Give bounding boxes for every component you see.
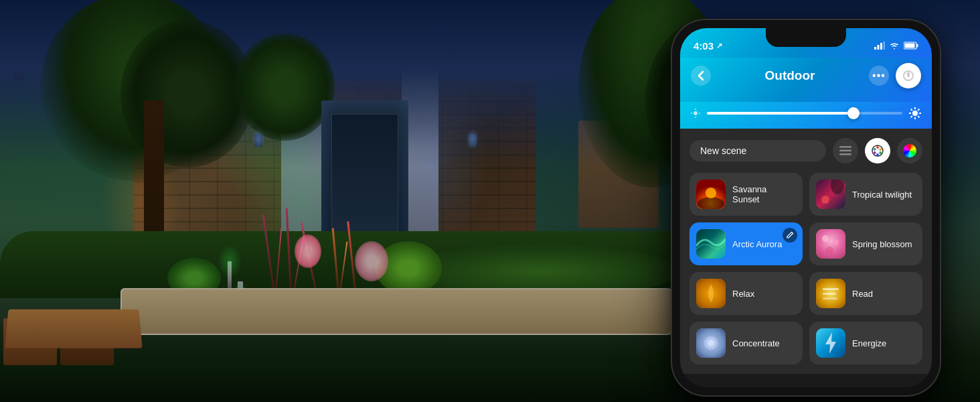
svg-line-19: [918, 116, 919, 117]
brightness-high-icon: [909, 107, 921, 119]
svg-rect-47: [823, 297, 837, 299]
svg-point-30: [874, 151, 876, 154]
color-picker-button[interactable]: [897, 138, 922, 163]
svg-point-50: [708, 340, 714, 346]
scene-card-tropical-twilight[interactable]: Tropical twilight: [809, 173, 922, 216]
svg-line-21: [911, 116, 912, 117]
svg-point-41: [833, 240, 839, 245]
notch: [766, 28, 846, 47]
svg-point-37: [821, 196, 829, 204]
svg-point-8: [693, 111, 698, 115]
svg-line-18: [911, 109, 912, 111]
scene-name-concentrate: Concentrate: [732, 338, 780, 348]
wifi-icon: [889, 42, 900, 50]
app-header: Outdoor •••: [680, 58, 932, 102]
scene-thumb-energize: [816, 328, 845, 358]
scene-name-arctic: Arctic Aurora: [732, 239, 782, 249]
svg-rect-2: [880, 43, 882, 50]
scene-card-energize[interactable]: Energize: [809, 322, 922, 364]
new-scene-button[interactable]: New scene: [689, 140, 826, 161]
phone-screen: 4:03 ↗: [680, 28, 932, 387]
scene-name-read: Read: [852, 289, 873, 299]
time-display: 4:03: [693, 40, 714, 52]
svg-point-29: [876, 153, 879, 156]
svg-rect-5: [917, 44, 918, 48]
scene-thumb-arctic: [696, 229, 726, 259]
svg-point-31: [874, 148, 876, 151]
svg-rect-23: [839, 150, 851, 152]
pink-flowers: [295, 234, 321, 268]
status-icons: [874, 42, 918, 50]
svg-point-34: [706, 188, 716, 198]
scene-thumb-spring: [816, 229, 845, 259]
header-right: •••: [869, 63, 921, 88]
scene-card-relax[interactable]: Relax: [689, 272, 803, 315]
brightness-low-icon: [691, 109, 700, 118]
svg-rect-0: [874, 47, 876, 50]
palette-view-button[interactable]: [865, 138, 890, 163]
battery-icon: [904, 42, 918, 50]
brightness-bar: [680, 102, 932, 129]
foliage-center: [234, 34, 335, 141]
svg-rect-46: [823, 293, 836, 295]
scene-toolbar: New scene: [689, 138, 922, 163]
svg-point-26: [876, 146, 879, 149]
scene-card-savanna-sunset[interactable]: Savanna Sunset: [689, 173, 803, 216]
svg-rect-45: [823, 288, 839, 290]
scene-name-energize: Energize: [852, 338, 886, 348]
scene-card-read[interactable]: Read: [809, 272, 922, 315]
scene-thumb-concentrate: [696, 328, 726, 358]
status-time: 4:03 ↗: [693, 40, 722, 52]
room-toggle[interactable]: [896, 63, 921, 88]
svg-point-28: [879, 151, 882, 154]
scene-card-spring-blossom[interactable]: Spring blossom: [809, 222, 922, 265]
scene-thumb-read: [816, 279, 845, 308]
svg-rect-3: [884, 42, 886, 50]
location-icon: ↗: [716, 42, 722, 50]
svg-rect-6: [905, 44, 915, 48]
outdoor-table: [5, 310, 142, 348]
svg-rect-22: [839, 146, 851, 148]
brightness-slider[interactable]: [707, 112, 902, 115]
room-title: Outdoor: [765, 68, 815, 83]
color-wheel-icon: [903, 144, 916, 157]
app-content: New scene: [680, 129, 932, 374]
svg-point-42: [825, 247, 833, 255]
edit-scene-button[interactable]: [783, 228, 797, 243]
scene-name-tropical: Tropical twilight: [852, 190, 912, 200]
back-button[interactable]: [691, 66, 711, 86]
svg-rect-24: [839, 153, 851, 155]
signal-icon: [874, 42, 885, 50]
scene-name-spring: Spring blossom: [852, 239, 912, 249]
more-button[interactable]: •••: [869, 66, 889, 86]
planter-box: [120, 288, 672, 335]
scene-thumb-savanna: [696, 180, 726, 209]
wall-light-1: [254, 134, 262, 147]
scene-card-arctic-aurora[interactable]: Arctic Aurora: [689, 222, 803, 265]
svg-line-20: [918, 109, 919, 111]
scene-card-concentrate[interactable]: Concentrate: [689, 322, 803, 364]
scene-thumb-relax: [696, 279, 726, 308]
svg-point-40: [822, 235, 829, 242]
list-view-button[interactable]: [833, 138, 858, 163]
phone-body: 4:03 ↗: [672, 20, 940, 395]
scene-thumb-tropical: [816, 180, 845, 209]
wall-light-2: [469, 134, 477, 147]
phone-wrapper: 4:03 ↗: [672, 20, 940, 395]
svg-point-27: [879, 148, 882, 151]
svg-rect-1: [878, 45, 880, 50]
scene-grid: Savanna Sunset: [689, 173, 922, 364]
svg-point-13: [912, 111, 918, 116]
ground-spike-glow: [218, 245, 242, 278]
scene-name-relax: Relax: [732, 289, 754, 299]
scene-name-savanna: Savanna Sunset: [732, 184, 796, 204]
pink-flowers-2: [355, 241, 388, 281]
